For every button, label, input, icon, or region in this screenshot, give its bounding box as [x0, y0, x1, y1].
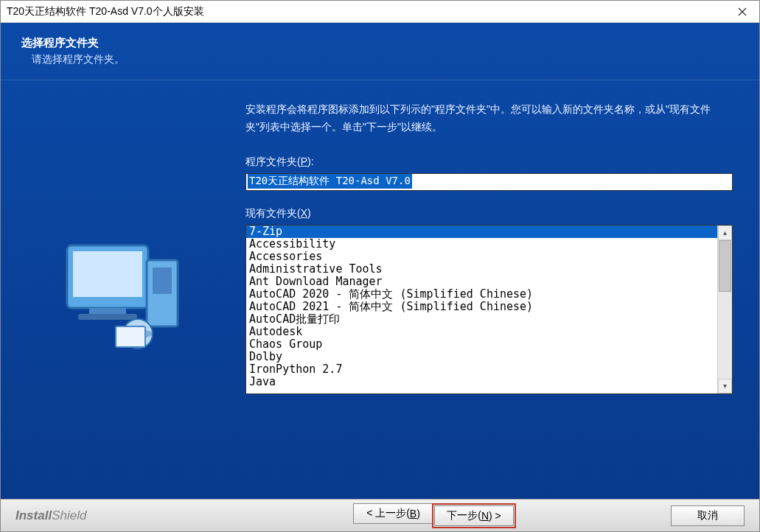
page-subtitle: 请选择程序文件夹。: [21, 53, 759, 66]
list-item[interactable]: Chaos Group: [246, 338, 717, 351]
list-item[interactable]: IronPython 2.7: [246, 363, 717, 376]
list-item[interactable]: Java: [246, 376, 717, 388]
scroll-up-button[interactable]: ▴: [718, 225, 732, 240]
svg-rect-3: [73, 251, 142, 297]
close-button[interactable]: [731, 4, 753, 19]
program-folder-input[interactable]: T20天正结构软件 T20-Asd V7.0: [245, 173, 733, 191]
window-title: T20天正结构软件 T20-Asd V7.0个人版安装: [7, 5, 204, 18]
cancel-button[interactable]: 取消: [671, 505, 745, 526]
content-area: 选择程序文件夹 请选择程序文件夹。: [1, 23, 759, 499]
wizard-main: 安装程序会将程序图标添加到以下列示的"程序文件夹"中。您可以输入新的文件夹名称，…: [237, 80, 759, 499]
wizard-header: 选择程序文件夹 请选择程序文件夹。: [1, 23, 759, 80]
wizard-body: 安装程序会将程序图标添加到以下列示的"程序文件夹"中。您可以输入新的文件夹名称，…: [1, 80, 759, 499]
list-item[interactable]: Administrative Tools: [246, 263, 717, 276]
existing-folders-label: 现有文件夹(X): [245, 207, 733, 220]
wizard-footer: InstallShield < 上一步(B) 下一步(N) > 取消: [1, 499, 759, 531]
svg-rect-7: [153, 267, 172, 294]
installer-graphic: [45, 216, 192, 363]
next-button-highlight: 下一步(N) >: [432, 503, 516, 528]
list-item[interactable]: 7-Zip: [246, 225, 717, 238]
program-folder-label: 程序文件夹(P):: [245, 155, 733, 169]
scroll-thumb[interactable]: [719, 240, 731, 292]
scrollbar[interactable]: ▴ ▾: [717, 225, 732, 393]
list-item[interactable]: Autodesk: [246, 326, 717, 338]
listbox-items: 7-ZipAccessibilityAccessoriesAdministrat…: [246, 225, 717, 393]
existing-folders-listbox[interactable]: 7-ZipAccessibilityAccessoriesAdministrat…: [245, 225, 733, 394]
back-button[interactable]: < 上一步(B): [353, 503, 433, 524]
svg-rect-10: [116, 326, 145, 347]
wizard-sidebar: [1, 80, 237, 499]
close-icon: [738, 7, 747, 16]
scroll-track[interactable]: [718, 240, 732, 379]
list-item[interactable]: Accessibility: [246, 238, 717, 251]
list-item[interactable]: AutoCAD 2021 - 简体中文 (Simplified Chinese): [246, 301, 717, 313]
next-button[interactable]: 下一步(N) >: [434, 505, 514, 526]
titlebar: T20天正结构软件 T20-Asd V7.0个人版安装: [1, 1, 759, 23]
list-item[interactable]: Accessories: [246, 251, 717, 263]
svg-rect-5: [78, 314, 137, 320]
program-folder-value: T20天正结构软件 T20-Asd V7.0: [248, 174, 412, 189]
list-item[interactable]: Ant Download Manager: [246, 276, 717, 288]
list-item[interactable]: AutoCAD 2020 - 简体中文 (Simplified Chinese): [246, 288, 717, 301]
page-title: 选择程序文件夹: [21, 36, 759, 50]
installshield-logo: InstallShield: [15, 508, 86, 523]
scroll-down-button[interactable]: ▾: [718, 379, 732, 393]
svg-rect-4: [89, 308, 126, 314]
description-text: 安装程序会将程序图标添加到以下列示的"程序文件夹"中。您可以输入新的文件夹名称，…: [245, 101, 733, 136]
installer-window: T20天正结构软件 T20-Asd V7.0个人版安装 选择程序文件夹 请选择程…: [0, 0, 760, 532]
list-item[interactable]: AutoCAD批量打印: [246, 313, 717, 326]
list-item[interactable]: Dolby: [246, 351, 717, 363]
nav-button-group: < 上一步(B) 下一步(N) >: [353, 503, 516, 528]
